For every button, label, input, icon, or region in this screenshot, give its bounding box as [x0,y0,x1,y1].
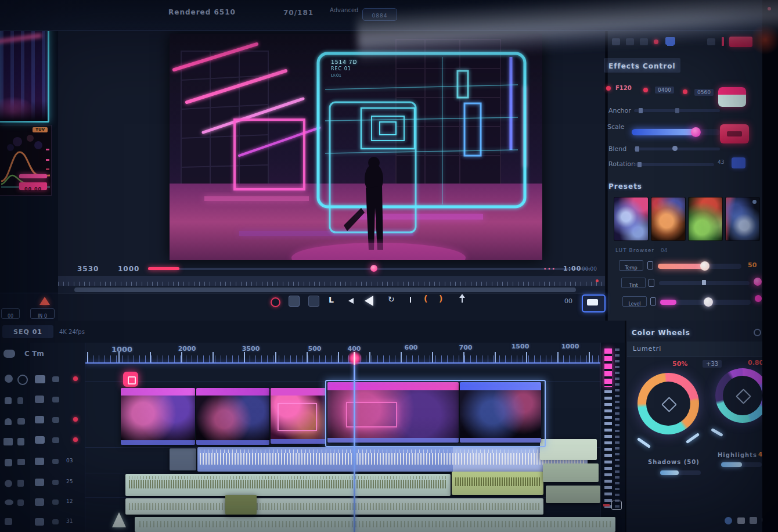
timeline-clip-a2[interactable] [125,474,451,496]
track-v1-lock-icon[interactable] [52,417,59,423]
play-button[interactable] [365,296,373,306]
clip-marker-triangle[interactable] [112,512,126,527]
razor-tool-icon[interactable] [5,375,13,383]
preset-thumbnail-3[interactable] [689,197,722,240]
program-mini-ruler[interactable] [58,276,605,286]
track-v1-icon[interactable] [35,416,44,423]
preset-thumbnail-4[interactable] [726,197,759,240]
color-mid-value[interactable]: +33 [703,360,722,368]
track-a4-icon[interactable] [35,518,44,526]
track-row-v1[interactable] [30,412,85,429]
temp-knob-icon[interactable] [647,261,653,269]
track-row-v0[interactable] [30,433,85,449]
preset-thumbnail-2[interactable] [651,197,685,240]
timeline-clip-a1[interactable] [197,447,588,472]
mute-tool-icon[interactable] [17,499,24,506]
level-slider-handle[interactable] [704,297,713,307]
selection-tool-icon[interactable] [3,350,15,358]
timeline-clip-v1-4[interactable] [327,382,459,443]
timeline-keyframe-badge[interactable] [123,372,138,387]
track-v3-icon[interactable] [35,375,45,383]
program-scrub-track[interactable] [148,268,591,270]
track-row-a3[interactable]: 12 [30,495,85,511]
color-panel-gear-icon[interactable] [754,329,761,336]
target-tool-icon[interactable] [17,375,28,385]
fx-tool-icon[interactable] [5,480,12,487]
track-v1-record-dot[interactable] [73,417,78,422]
playhead-head[interactable] [354,352,355,365]
meter-loop-icon[interactable] [611,501,622,510]
footer-right-button[interactable]: IN 0 [30,308,55,319]
timeline-clip-a0-stub[interactable] [170,448,196,470]
loop-playback-button[interactable]: ↻ [388,294,395,304]
level-end-dot[interactable] [755,295,762,302]
keyframe-tag-3[interactable]: 0560 [694,89,714,96]
magnet-tool-icon[interactable] [5,418,12,425]
flag-icon[interactable] [737,517,745,524]
bypass-toggle-button[interactable] [718,87,746,107]
track-a1-mute-icon[interactable] [52,459,59,464]
preset-thumbnail-1[interactable] [614,197,648,240]
effect-row-rotation-handle[interactable] [637,162,642,167]
eye-tool-icon[interactable] [5,499,13,505]
timeline-tab[interactable]: SEQ 01 [2,325,53,338]
effect-row-anchor-handle[interactable] [639,108,643,113]
track-row-a2[interactable]: 25 [30,475,85,491]
track-v3-record-dot[interactable] [73,376,78,381]
track-row-v2[interactable] [30,392,85,408]
scale-slider-handle[interactable] [691,127,701,137]
timeline-clip-right-3[interactable] [546,486,600,503]
keyframe-dot-2[interactable] [643,88,648,92]
track-row-a1[interactable]: 03 [30,454,85,470]
effects-toolbar-icon-2[interactable] [626,38,634,45]
timeline-clip-v1-5[interactable] [460,382,541,443]
hand-tool-icon[interactable] [17,397,23,404]
effect-row-blend-handle[interactable] [635,146,639,152]
mark-out-button[interactable]: ) [439,294,442,303]
timeline-clip-v1-3[interactable] [271,388,326,444]
timeline-clip-a3-khaki[interactable] [225,495,257,515]
effect-row-blend-knob[interactable] [672,146,678,151]
keyframe-tag-1[interactable]: F120 [615,85,632,91]
effect-row-rotation-button[interactable] [732,157,745,168]
reset-effect-button[interactable] [720,124,749,143]
track-a2-icon[interactable] [35,479,44,486]
tint-end-dot[interactable] [754,278,762,286]
level-knob-icon[interactable] [650,297,656,305]
track-a3-mute-icon[interactable] [52,499,59,505]
effects-alert-button[interactable] [729,37,752,47]
track-v2-icon[interactable] [35,396,44,403]
effects-record-dot[interactable] [654,39,658,44]
track-v2-lock-icon[interactable] [52,397,59,402]
track-v3-lock-icon[interactable] [52,376,59,382]
track-row-v3[interactable] [30,372,85,388]
grid-overlay-button[interactable] [308,296,319,307]
loop-corner-button[interactable]: L [329,295,334,304]
mark-in-button[interactable]: ( [424,294,427,303]
timeline-clip-a4[interactable] [135,517,615,532]
mic-tool-icon[interactable] [5,459,12,466]
program-video-viewport[interactable]: 1514 7D REC 01 LF.01 [170,34,542,260]
keyframe-tag-2[interactable]: 0400 [655,87,674,94]
timeline-clip-right-1[interactable] [540,439,597,460]
record-button[interactable] [271,297,280,307]
cam-tool-icon[interactable] [17,459,25,465]
footer-left-button[interactable]: 00 [1,308,20,319]
mixer-tool-icon[interactable] [17,438,24,445]
keyframe-dot-3[interactable] [683,89,687,94]
track-v0-record-dot[interactable] [73,437,78,442]
track-v0-icon[interactable] [35,436,45,444]
mark-tool-icon[interactable] [3,438,13,445]
timeline-clip-right-2[interactable] [543,463,599,482]
tint-knob-icon[interactable] [649,279,654,287]
lock-tool-icon[interactable] [17,480,24,487]
timeline-clip-a2b[interactable] [452,472,543,495]
track-a3-icon[interactable] [35,498,44,506]
export-frame-button[interactable] [459,295,466,303]
keyframe-dot-1[interactable] [606,86,611,91]
effects-toolbar-icon-4[interactable] [707,38,715,45]
timeline-clip-v1-2[interactable] [196,388,269,445]
zoom-level-label[interactable]: 00 [564,297,572,305]
fullscreen-button[interactable] [582,294,606,312]
tint-slider-handle[interactable] [702,280,706,285]
